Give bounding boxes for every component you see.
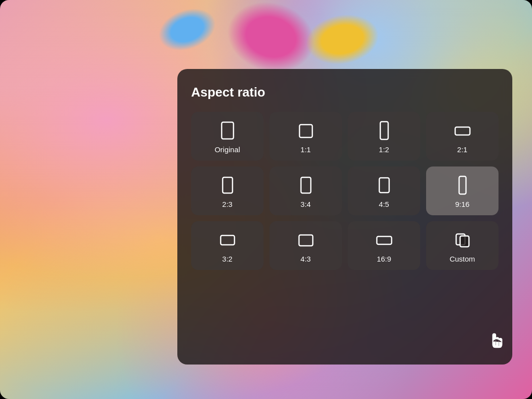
original-label: Original <box>215 145 240 154</box>
aspect-ratio-1-1[interactable]: 1:1 <box>269 112 342 161</box>
svg-rect-5 <box>301 177 311 193</box>
2-1-icon <box>454 121 471 140</box>
aspect-ratio-2-1[interactable]: 2:1 <box>426 112 499 161</box>
aspect-ratio-9-16[interactable]: 9:16 <box>426 166 499 215</box>
2-3-label: 2:3 <box>222 200 233 208</box>
1-1-icon <box>298 121 314 140</box>
16-9-icon <box>376 230 393 250</box>
aspect-ratio-2-3[interactable]: 2:3 <box>191 166 264 215</box>
svg-rect-6 <box>379 178 389 193</box>
svg-rect-7 <box>459 176 466 194</box>
4-3-label: 4:3 <box>300 255 311 263</box>
1-1-label: 1:1 <box>300 145 311 154</box>
9-16-icon <box>454 175 471 195</box>
svg-rect-9 <box>299 235 313 246</box>
aspect-ratio-3-2[interactable]: 3:2 <box>191 221 264 270</box>
aspect-ratio-4-3[interactable]: 4:3 <box>269 221 342 270</box>
original-icon <box>219 121 236 140</box>
svg-rect-10 <box>377 236 392 244</box>
svg-rect-8 <box>221 235 234 245</box>
3-2-icon <box>219 230 236 250</box>
16-9-label: 16:9 <box>377 255 391 263</box>
3-2-label: 3:2 <box>222 255 233 263</box>
2-1-label: 2:1 <box>457 145 467 154</box>
4-5-icon <box>376 175 393 195</box>
aspect-ratio-16-9[interactable]: 16:9 <box>348 221 420 270</box>
4-5-label: 4:5 <box>379 200 389 208</box>
1-2-label: 1:2 <box>379 145 389 154</box>
aspect-ratio-4-5[interactable]: 4:5 <box>348 166 420 215</box>
3-4-icon <box>298 175 314 195</box>
aspect-ratio-1-2[interactable]: 1:2 <box>348 112 420 161</box>
svg-rect-2 <box>380 122 388 139</box>
4-3-icon <box>298 230 314 250</box>
svg-rect-0 <box>222 122 233 139</box>
aspect-ratio-panel: Aspect ratio Original 1:1 <box>177 69 512 365</box>
aspect-ratio-3-4[interactable]: 3:4 <box>269 166 342 215</box>
svg-rect-3 <box>455 127 470 135</box>
svg-rect-1 <box>299 125 312 137</box>
2-3-icon <box>219 175 236 195</box>
custom-label: Custom <box>450 255 475 263</box>
aspect-ratio-grid: Original 1:1 1:2 <box>191 112 499 270</box>
svg-rect-12 <box>460 236 469 247</box>
aspect-ratio-custom[interactable]: Custom <box>426 221 499 270</box>
3-4-label: 3:4 <box>300 200 311 208</box>
panel-title: Aspect ratio <box>191 85 499 100</box>
aspect-ratio-original[interactable]: Original <box>191 112 264 161</box>
custom-icon <box>454 230 471 250</box>
9-16-label: 9:16 <box>455 200 469 208</box>
svg-rect-4 <box>223 177 233 193</box>
1-2-icon <box>376 121 393 140</box>
